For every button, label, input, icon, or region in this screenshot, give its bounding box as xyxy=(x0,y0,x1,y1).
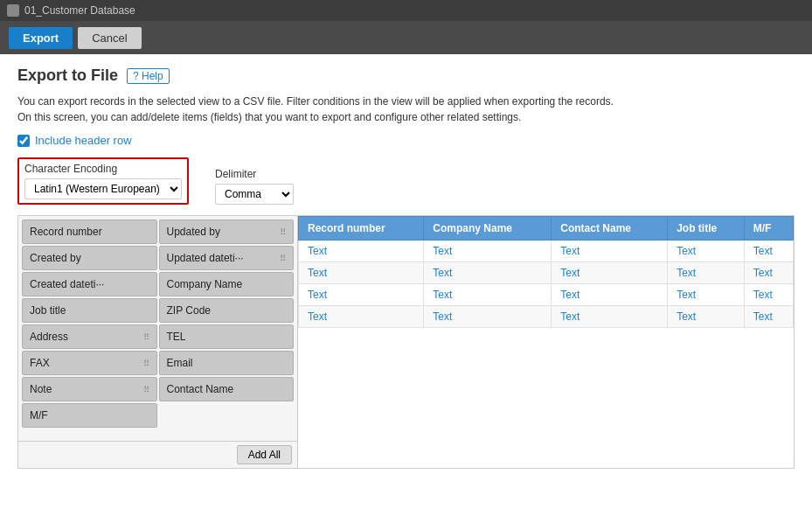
table-cell: Text xyxy=(424,306,552,328)
title-bar-text: 01_Customer Database xyxy=(24,4,135,17)
table-cell: Text xyxy=(744,284,793,306)
delimiter-label: Delimiter xyxy=(215,168,294,180)
field-item[interactable]: ZIP Code xyxy=(159,298,295,323)
description-line2: On this screen, you can add/delete items… xyxy=(17,111,521,123)
table-row: TextTextTextTextText xyxy=(299,262,794,284)
field-item[interactable]: TEL xyxy=(159,324,295,349)
title-bar: 01_Customer Database xyxy=(0,0,812,21)
table-cell: Text xyxy=(552,262,668,284)
field-item[interactable]: Created dateti··· xyxy=(22,272,157,296)
preview-panel[interactable]: Record numberCompany NameContact NameJob… xyxy=(297,215,795,469)
preview-column-header: M/F xyxy=(744,217,793,241)
delimiter-group: Delimiter CommaTabSemicolon xyxy=(215,168,294,205)
drag-handle-icon: ⠿ xyxy=(280,227,286,237)
lower-section: Record numberUpdated by⠿Created byUpdate… xyxy=(17,215,795,469)
drag-handle-icon: ⠿ xyxy=(280,254,286,263)
table-cell: Text xyxy=(552,306,668,328)
preview-column-header: Job title xyxy=(668,217,745,241)
field-item[interactable]: Company Name xyxy=(159,272,295,296)
description: You can export records in the selected v… xyxy=(17,94,795,125)
table-row: TextTextTextTextText xyxy=(299,241,794,262)
field-item[interactable]: Address⠿ xyxy=(22,324,157,349)
add-all-button[interactable]: Add All xyxy=(237,445,292,464)
drag-handle-icon: ⠿ xyxy=(143,332,149,342)
fields-panel: Record numberUpdated by⠿Created byUpdate… xyxy=(17,215,297,469)
app-icon xyxy=(7,4,19,17)
field-item[interactable]: Email xyxy=(159,351,295,375)
settings-row: Character Encoding UTF-8Latin1 (Western … xyxy=(17,157,795,205)
table-cell: Text xyxy=(299,262,424,284)
field-item[interactable]: Updated by⠿ xyxy=(159,220,295,244)
table-row: TextTextTextTextText xyxy=(299,284,794,306)
preview-column-header: Company Name xyxy=(424,217,552,241)
delimiter-select[interactable]: CommaTabSemicolon xyxy=(215,184,294,205)
table-cell: Text xyxy=(424,262,552,284)
table-cell: Text xyxy=(744,306,793,328)
encoding-select[interactable]: UTF-8Latin1 (Western European)Shift-JIS xyxy=(24,178,182,199)
preview-body: TextTextTextTextTextTextTextTextTextText… xyxy=(299,241,794,328)
include-header-label: Include header row xyxy=(35,134,132,147)
field-item[interactable]: Contact Name xyxy=(159,377,295,401)
table-cell: Text xyxy=(744,262,793,284)
table-cell: Text xyxy=(552,284,668,306)
field-item[interactable]: Created by xyxy=(22,246,157,270)
table-cell: Text xyxy=(299,284,424,306)
fields-scroll[interactable]: Record numberUpdated by⠿Created byUpdate… xyxy=(18,216,297,441)
encoding-label: Character Encoding xyxy=(24,163,182,175)
table-cell: Text xyxy=(552,241,668,262)
main-content: Export to File ? Help You can export rec… xyxy=(0,54,812,523)
encoding-group: Character Encoding UTF-8Latin1 (Western … xyxy=(17,157,189,205)
drag-handle-icon: ⠿ xyxy=(143,385,149,394)
table-row: TextTextTextTextText xyxy=(299,306,794,328)
field-item[interactable]: M/F xyxy=(22,403,157,428)
fields-grid: Record numberUpdated by⠿Created byUpdate… xyxy=(18,216,297,431)
page-title-row: Export to File ? Help xyxy=(17,66,795,85)
preview-table: Record numberCompany NameContact NameJob… xyxy=(298,216,794,328)
table-cell: Text xyxy=(299,306,424,328)
fields-footer: Add All xyxy=(18,441,297,468)
description-line1: You can export records in the selected v… xyxy=(17,95,614,108)
export-button[interactable]: Export xyxy=(9,27,73,49)
field-item[interactable]: FAX⠿ xyxy=(22,351,157,375)
field-item[interactable]: Job title xyxy=(22,298,157,323)
include-header-checkbox[interactable] xyxy=(17,135,30,147)
table-cell: Text xyxy=(299,241,424,262)
table-cell: Text xyxy=(424,284,552,306)
drag-handle-icon: ⠿ xyxy=(143,359,149,368)
toolbar: Export Cancel xyxy=(0,21,812,54)
cancel-button[interactable]: Cancel xyxy=(78,27,141,49)
field-item[interactable]: Record number xyxy=(22,220,157,244)
field-item[interactable]: Updated dateti···⠿ xyxy=(159,246,295,270)
table-cell: Text xyxy=(668,241,745,262)
field-item[interactable]: Note⠿ xyxy=(22,377,157,401)
preview-header: Record numberCompany NameContact NameJob… xyxy=(299,217,794,241)
table-cell: Text xyxy=(424,241,552,262)
preview-column-header: Contact Name xyxy=(552,217,668,241)
page-title: Export to File xyxy=(17,66,118,85)
include-header-row[interactable]: Include header row xyxy=(17,134,795,147)
help-link[interactable]: ? Help xyxy=(127,68,170,84)
table-cell: Text xyxy=(668,284,745,306)
table-cell: Text xyxy=(668,306,745,328)
table-cell: Text xyxy=(744,241,793,262)
table-cell: Text xyxy=(668,262,745,284)
preview-column-header: Record number xyxy=(299,217,424,241)
